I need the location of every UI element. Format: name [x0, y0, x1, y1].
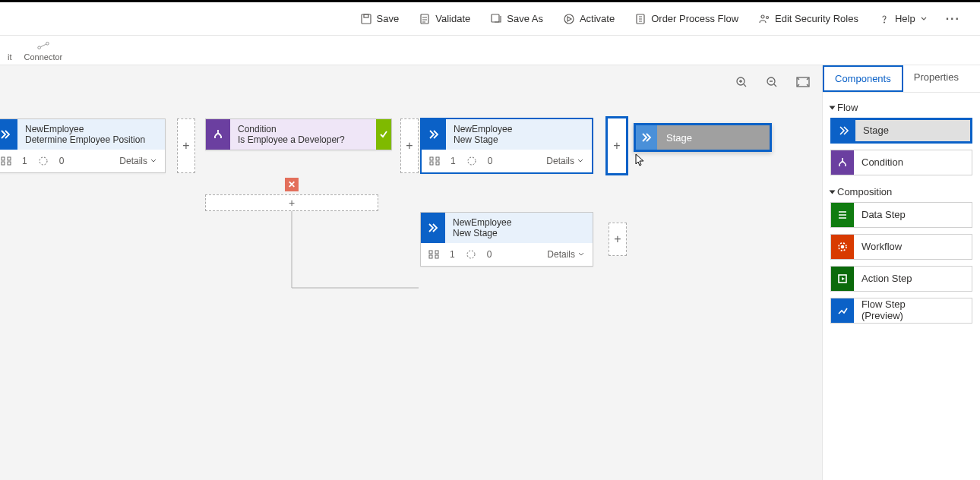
drop-slot-active[interactable]: + [605, 116, 628, 175]
details-toggle[interactable]: Details [547, 249, 585, 260]
entity-name: NewEmployee [453, 217, 585, 228]
component-label: Workflow [854, 242, 902, 253]
save-button[interactable]: Save [351, 8, 409, 30]
edit-security-roles-button[interactable]: Edit Security Roles [749, 8, 868, 30]
stage-icon-box [422, 119, 446, 150]
order-label: Order Process Flow [651, 13, 738, 24]
stage-chevron-icon [0, 128, 11, 141]
stage-card-1[interactable]: NewEmployee Determine Employee Position … [0, 118, 166, 173]
component-condition[interactable]: Condition [830, 150, 972, 175]
activate-button[interactable]: Activate [554, 8, 624, 30]
stage-name: New Stage [454, 134, 584, 145]
zoom-controls [735, 76, 810, 88]
svg-rect-20 [436, 157, 439, 160]
svg-rect-3 [492, 14, 499, 22]
stage-icon-box [421, 213, 445, 243]
drop-slot[interactable]: + [400, 118, 419, 173]
condition-title: Condition [238, 124, 368, 134]
condition-question: Is Employee a Developer? [238, 134, 368, 145]
component-stage[interactable]: Stage [830, 118, 972, 144]
ribbon-cut-truncated[interactable]: it [2, 52, 18, 65]
order-icon [634, 13, 646, 25]
component-workflow[interactable]: Workflow [830, 234, 972, 260]
validate-icon [419, 13, 431, 25]
svg-point-28 [467, 251, 475, 258]
required-icon [466, 250, 476, 259]
help-label: Help [895, 13, 915, 24]
activate-label: Activate [580, 13, 615, 24]
chevron-down-icon [577, 156, 584, 166]
chevron-down-icon [150, 156, 157, 166]
help-button[interactable]: Help [869, 8, 937, 30]
required-icon [466, 156, 477, 166]
drop-slot[interactable]: + [609, 223, 627, 256]
section-flow[interactable]: Flow [830, 97, 972, 118]
zoom-in-button[interactable] [735, 76, 748, 88]
validate-button[interactable]: Validate [409, 8, 479, 30]
false-branch-badge: ✕ [285, 178, 299, 191]
steps-icon [429, 156, 440, 166]
steps-icon [428, 250, 439, 259]
svg-rect-15 [8, 157, 11, 160]
step-count: 1 [450, 156, 456, 166]
stage-name: New Stage [453, 228, 585, 238]
condition-icon-box [206, 119, 230, 150]
details-toggle[interactable]: Details [546, 156, 584, 166]
svg-point-9 [38, 46, 41, 49]
svg-point-23 [468, 157, 476, 165]
drag-ghost-icon-box [636, 125, 657, 150]
svg-rect-21 [430, 162, 433, 165]
details-toggle[interactable]: Details [119, 156, 157, 166]
ribbon-connector[interactable]: Connector [18, 40, 69, 65]
step-count: 1 [450, 249, 455, 260]
drop-slot-horizontal[interactable]: + [205, 194, 378, 211]
svg-point-7 [767, 16, 769, 18]
svg-rect-26 [429, 255, 432, 258]
component-data-step[interactable]: Data Step [830, 202, 972, 228]
drag-ghost-label: Stage [657, 132, 692, 144]
stage-icon-box [0, 119, 17, 150]
drop-slot[interactable]: + [177, 118, 195, 173]
svg-point-8 [884, 22, 884, 23]
tab-properties[interactable]: Properties [903, 65, 969, 92]
component-action-step[interactable]: Action Step [830, 266, 972, 292]
svg-rect-19 [430, 157, 433, 160]
condition-true-badge [376, 119, 391, 150]
connector-icon [36, 40, 50, 51]
component-label: Action Step [854, 273, 912, 285]
svg-point-10 [46, 43, 49, 46]
svg-rect-22 [436, 162, 439, 165]
stage-chevron-icon [640, 131, 653, 144]
ribbon-connector-label: Connector [24, 52, 63, 62]
command-bar: Save Validate Save As Activate Order Pro… [0, 2, 980, 36]
roles-icon [758, 13, 770, 25]
workflow-icon [836, 241, 849, 253]
svg-rect-27 [435, 255, 438, 258]
required-count: 0 [59, 156, 65, 166]
main-area: NewEmployee Determine Employee Position … [0, 65, 980, 480]
more-button[interactable]: ··· [938, 8, 968, 30]
list-icon [836, 209, 849, 221]
steps-icon [1, 156, 11, 166]
entity-name: NewEmployee [454, 124, 584, 134]
zoom-out-button[interactable] [766, 76, 778, 88]
component-flow-step[interactable]: Flow Step (Preview) [830, 298, 972, 324]
condition-card[interactable]: Condition Is Employee a Developer? [205, 118, 392, 150]
component-label: Data Step [854, 210, 906, 221]
stage-chevron-icon [428, 128, 440, 141]
component-label: Stage [855, 125, 889, 137]
stage-card-2[interactable]: NewEmployee New Stage 1 0 Details [420, 118, 593, 174]
fit-screen-button[interactable] [796, 76, 810, 88]
design-canvas[interactable]: NewEmployee Determine Employee Position … [0, 65, 822, 480]
stage-card-3[interactable]: NewEmployee New Stage 1 0 Details [420, 212, 593, 267]
svg-rect-14 [2, 157, 5, 160]
order-process-flow-button[interactable]: Order Process Flow [625, 8, 748, 30]
save-as-button[interactable]: Save As [481, 8, 552, 30]
play-icon [836, 273, 849, 285]
section-composition[interactable]: Composition [830, 182, 972, 202]
connector-line [291, 208, 420, 292]
save-as-icon [490, 13, 502, 25]
save-as-label: Save As [507, 13, 543, 24]
tab-components[interactable]: Components [823, 65, 903, 92]
entity-name: NewEmployee [25, 124, 157, 134]
